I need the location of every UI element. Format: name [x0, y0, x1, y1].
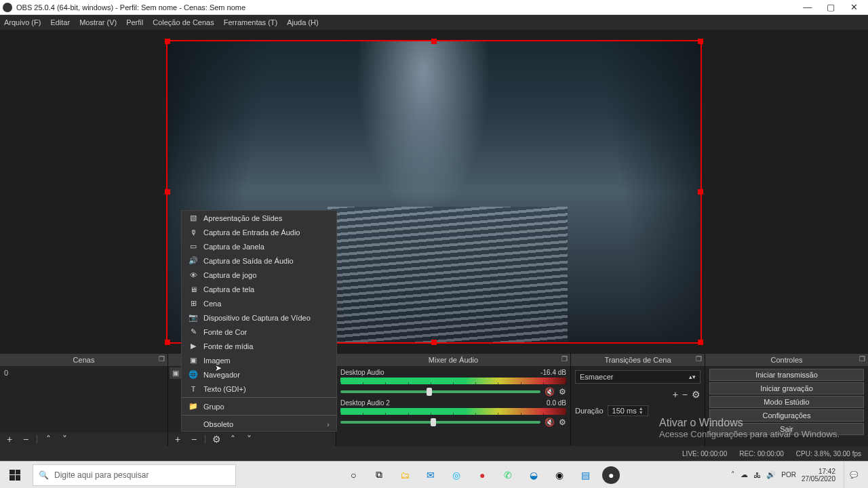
taskbar-search[interactable]: 🔍 Digite aqui para pesquisar [33, 464, 236, 486]
cortana-icon[interactable]: ○ [344, 466, 362, 484]
image-icon: ▣ [189, 356, 198, 365]
menu-item-color-source[interactable]: ✎Fonte de Cor [182, 325, 336, 339]
mail-icon[interactable]: ✉ [422, 466, 439, 484]
start-button[interactable] [0, 462, 30, 489]
scene-down-button[interactable]: ˅ [59, 434, 70, 445]
resize-handle-bc[interactable] [431, 340, 437, 345]
transition-settings-button[interactable]: ⚙ [692, 389, 701, 400]
volume-slider[interactable] [340, 421, 540, 424]
menu-item-display-capture[interactable]: 🖥Captura de tela [182, 282, 336, 296]
menu-ferramentas[interactable]: Ferramentas (T) [224, 18, 277, 26]
mic-icon: 🎙 [189, 228, 198, 237]
tray-clock[interactable]: 17:42 27/05/2020 [802, 468, 835, 483]
file-explorer-icon[interactable]: 🗂 [396, 466, 414, 484]
edge-icon[interactable]: ◎ [448, 466, 465, 484]
scenes-list[interactable]: 0 [0, 366, 167, 432]
action-center-button[interactable]: 💬 [844, 462, 863, 489]
maximize-button[interactable]: ▢ [819, 1, 842, 14]
menu-item-audio-output[interactable]: 🔊Captura de Saída de Áudio [182, 253, 336, 268]
remove-transition-button[interactable]: − [682, 389, 688, 400]
teamviewer-icon[interactable]: ◒ [525, 466, 542, 484]
visibility-icon[interactable]: ▣ [172, 369, 179, 378]
tray-language[interactable]: POR [781, 471, 796, 479]
menu-item-group[interactable]: 📁Grupo [182, 399, 336, 413]
settings-button[interactable]: Configurações [709, 409, 864, 422]
detach-icon[interactable]: ❐ [859, 355, 865, 363]
source-up-button[interactable]: ˄ [227, 434, 238, 445]
mute-button[interactable]: 🔇 [545, 418, 555, 427]
menu-colecao[interactable]: Coleção de Cenas [153, 18, 214, 26]
start-record-button[interactable]: Iniciar gravação [709, 382, 864, 394]
add-source-button[interactable]: + [172, 434, 183, 445]
menu-item-video-capture[interactable]: 📷Dispositivo de Captura de Vídeo [182, 310, 336, 325]
channel-settings-button[interactable]: ⚙ [559, 418, 566, 427]
start-stream-button[interactable]: Iniciar transmissão [709, 369, 864, 381]
resize-handle-br[interactable] [698, 340, 703, 345]
word-icon[interactable]: ▤ [576, 466, 594, 484]
exit-button[interactable]: Sair [709, 423, 864, 435]
menu-item-media-source[interactable]: ▶Fonte de mídia [182, 339, 336, 353]
menu-item-browser[interactable]: 🌐Navegador [182, 367, 336, 382]
menu-ajuda[interactable]: Ajuda (H) [287, 18, 318, 26]
resize-handle-bl[interactable] [165, 340, 170, 345]
add-transition-button[interactable]: + [673, 389, 678, 400]
detach-icon[interactable]: ❐ [561, 355, 568, 363]
source-settings-button[interactable]: ⚙ [211, 434, 222, 445]
remove-scene-button[interactable]: − [20, 434, 31, 445]
app-red-icon[interactable]: ● [473, 466, 491, 484]
docks-row: Cenas ❐ 0 + − ˄ ˅ Fontes ❐ ▣ + − ⚙ [0, 354, 868, 446]
resize-handle-tl[interactable] [165, 39, 170, 44]
mixer-channel: Desktop Audio-16.4 dB 🔇 ⚙ [340, 369, 566, 396]
tray-volume-icon[interactable]: 🔊 [766, 470, 776, 479]
add-scene-button[interactable]: + [4, 434, 15, 445]
menu-editar[interactable]: Editar [50, 18, 70, 26]
menu-item-obsolete[interactable]: Obsoleto [182, 417, 336, 431]
resize-handle-mr[interactable] [698, 189, 703, 195]
obs-taskbar-icon[interactable]: ● [602, 466, 620, 484]
tray-chevron-up-icon[interactable]: ˄ [731, 470, 735, 479]
obs-app-icon [3, 3, 12, 12]
status-rec: REC: 00:00:00 [739, 450, 784, 458]
mute-button[interactable]: 🔇 [545, 387, 555, 396]
channel-settings-button[interactable]: ⚙ [559, 387, 566, 396]
tray-network-icon[interactable]: 🖧 [753, 471, 761, 479]
audio-meter [340, 378, 566, 384]
close-button[interactable]: ✕ [842, 1, 865, 14]
search-placeholder: Digite aqui para pesquisar [54, 470, 149, 480]
whatsapp-icon[interactable]: ✆ [499, 466, 517, 484]
scene-icon: ⊞ [189, 299, 198, 308]
folder-icon: 📁 [189, 402, 198, 411]
menu-item-text[interactable]: TTexto (GDI+) [182, 382, 336, 396]
resize-handle-tr[interactable] [698, 39, 703, 44]
detach-icon[interactable]: ❐ [159, 355, 165, 363]
menu-item-audio-input[interactable]: 🎙Captura de Entrada de Áudio [182, 225, 336, 239]
chrome-icon[interactable]: ◉ [551, 466, 568, 484]
scene-up-button[interactable]: ˄ [43, 434, 54, 445]
volume-slider[interactable] [340, 390, 540, 393]
tray-onedrive-icon[interactable]: ☁ [741, 470, 748, 479]
menu-mostrar[interactable]: Mostrar (V) [79, 18, 117, 26]
task-view-icon[interactable]: ⧉ [370, 466, 388, 484]
scene-row[interactable]: 0 [4, 369, 163, 377]
audio-meter [340, 408, 566, 415]
menu-perfil[interactable]: Perfil [126, 18, 143, 26]
menu-arquivo[interactable]: Arquivo (F) [4, 18, 41, 26]
menu-item-scene[interactable]: ⊞Cena [182, 296, 336, 310]
menu-item-image[interactable]: ▣Imagem [182, 353, 336, 367]
taskbar-apps: ○ ⧉ 🗂 ✉ ◎ ● ✆ ◒ ◉ ▤ ● [239, 466, 726, 484]
studio-mode-button[interactable]: Modo Estúdio [709, 396, 864, 408]
preview-area[interactable] [0, 30, 868, 354]
resize-handle-tc[interactable] [431, 39, 437, 44]
duration-input[interactable]: 150 ms ▲▼ [608, 405, 648, 416]
spin-down-icon[interactable]: ▼ [639, 411, 644, 415]
minimize-button[interactable]: — [796, 1, 819, 14]
resize-handle-ml[interactable] [165, 189, 170, 195]
menu-item-window-capture[interactable]: ▭Captura de Janela [182, 239, 336, 253]
window-icon: ▭ [189, 242, 198, 251]
menu-item-slideshow[interactable]: ▧Apresentação de Slides [182, 211, 336, 225]
remove-source-button[interactable]: − [189, 434, 199, 445]
source-down-button[interactable]: ˅ [243, 434, 254, 445]
menu-item-game-capture[interactable]: 👁Captura de jogo [182, 268, 336, 282]
transition-select[interactable]: Esmaecer ▴▾ [575, 370, 701, 384]
detach-icon[interactable]: ❐ [696, 355, 702, 363]
